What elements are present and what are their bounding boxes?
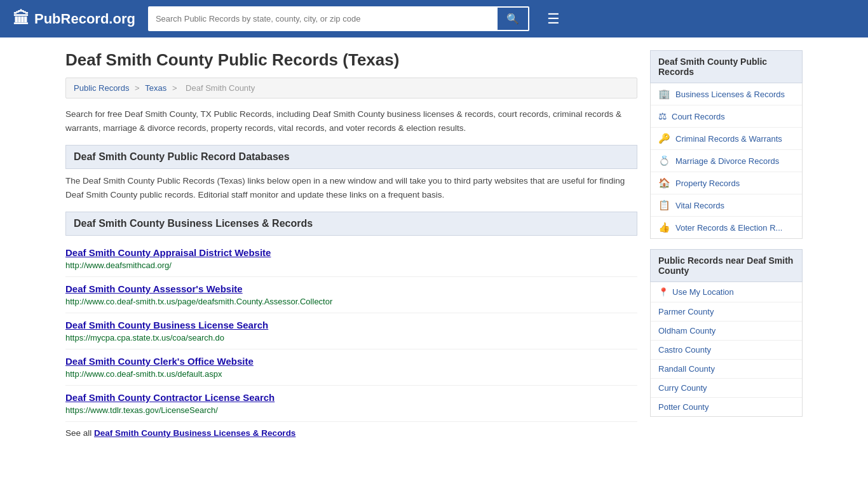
business-section-header: Deaf Smith County Business Licenses & Re…	[65, 212, 637, 236]
use-location[interactable]: 📍 Use My Location	[651, 282, 802, 302]
record-entry: Deaf Smith County Contractor License Sea…	[65, 386, 637, 422]
sidebar-link-marriage[interactable]: 💍 Marriage & Divorce Records	[651, 150, 802, 172]
sidebar-link-label-1: Court Records	[672, 112, 725, 121]
sidebar-link-voter[interactable]: 👍 Voter Records & Election R...	[651, 217, 802, 238]
nearby-county-0[interactable]: Parmer County	[651, 302, 802, 322]
sidebar: Deaf Smith County Public Records 🏢 Busin…	[650, 50, 803, 438]
rings-icon: 💍	[658, 155, 670, 166]
menu-button[interactable]: ☰	[547, 11, 560, 27]
sidebar-link-label-5: Vital Records	[675, 201, 724, 210]
record-title-0[interactable]: Deaf Smith County Appraisal District Web…	[65, 247, 637, 258]
sidebar-records-title: Deaf Smith County Public Records	[650, 50, 803, 83]
header: 🏛 PubRecord.org 🔍 ☰	[0, 0, 868, 37]
clipboard-icon: 📋	[658, 200, 670, 211]
see-all-link[interactable]: Deaf Smith County Business Licenses & Re…	[94, 428, 295, 438]
record-url-3: http://www.co.deaf-smith.tx.us/default.a…	[65, 369, 222, 379]
main-container: Deaf Smith County Public Records (Texas)…	[53, 37, 815, 451]
content-area: Deaf Smith County Public Records (Texas)…	[65, 50, 637, 438]
record-url-0: http://www.deafsmithcad.org/	[65, 261, 172, 270]
sidebar-link-label-6: Voter Records & Election R...	[675, 223, 782, 233]
nearby-county-2[interactable]: Castro County	[651, 341, 802, 360]
record-entry: Deaf Smith County Assessor's Website htt…	[65, 277, 637, 313]
sidebar-nearby-section: Public Records near Deaf Smith County 📍 …	[650, 249, 803, 417]
nearby-county-4[interactable]: Curry County	[651, 379, 802, 398]
sidebar-link-business[interactable]: 🏢 Business Licenses & Records	[651, 83, 802, 105]
sidebar-nearby-body: 📍 Use My Location Parmer County Oldham C…	[650, 282, 803, 417]
search-input[interactable]	[148, 6, 496, 31]
record-title-2[interactable]: Deaf Smith County Business License Searc…	[65, 320, 637, 330]
sidebar-link-label-3: Marriage & Divorce Records	[675, 156, 779, 166]
record-title-3[interactable]: Deaf Smith County Clerk's Office Website	[65, 356, 637, 367]
sidebar-link-court[interactable]: ⚖ Court Records	[651, 105, 802, 128]
house-icon: 🏠	[658, 177, 670, 189]
use-location-label: Use My Location	[672, 287, 734, 297]
nearby-county-5[interactable]: Potter County	[651, 398, 802, 416]
record-url-4: https://www.tdlr.texas.gov/LicenseSearch…	[65, 405, 218, 415]
page-title: Deaf Smith County Public Records (Texas)	[65, 50, 637, 70]
breadcrumb: Public Records > Texas > Deaf Smith Coun…	[65, 78, 637, 98]
record-title-4[interactable]: Deaf Smith County Contractor License Sea…	[65, 392, 637, 403]
sidebar-nearby-title: Public Records near Deaf Smith County	[650, 249, 803, 282]
record-entry: Deaf Smith County Business License Searc…	[65, 313, 637, 349]
breadcrumb-public-records[interactable]: Public Records	[74, 83, 129, 93]
search-icon: 🔍	[506, 13, 519, 24]
see-all: See all Deaf Smith County Business Licen…	[65, 428, 637, 438]
record-url-2: https://mycpa.cpa.state.tx.us/coa/search…	[65, 333, 224, 342]
sidebar-link-label-0: Business Licenses & Records	[675, 90, 785, 99]
see-all-text: See all	[65, 428, 92, 438]
logo-icon: 🏛	[13, 9, 29, 29]
breadcrumb-county: Deaf Smith County	[186, 83, 255, 93]
site-logo[interactable]: 🏛 PubRecord.org	[13, 9, 135, 29]
sidebar-records-section: Deaf Smith County Public Records 🏢 Busin…	[650, 50, 803, 239]
record-entry: Deaf Smith County Clerk's Office Website…	[65, 349, 637, 386]
record-entry: Deaf Smith County Appraisal District Web…	[65, 241, 637, 277]
record-url-1: http://www.co.deaf-smith.tx.us/page/deaf…	[65, 297, 332, 306]
sidebar-link-vital[interactable]: 📋 Vital Records	[651, 194, 802, 217]
location-icon: 📍	[658, 287, 668, 297]
breadcrumb-texas[interactable]: Texas	[145, 83, 166, 93]
court-icon: ⚖	[658, 111, 667, 122]
page-description: Search for free Deaf Smith County, TX Pu…	[65, 107, 637, 135]
databases-section-header: Deaf Smith County Public Record Database…	[65, 145, 637, 169]
search-bar: 🔍	[148, 6, 529, 31]
sidebar-link-criminal[interactable]: 🔑 Criminal Records & Warrants	[651, 128, 802, 150]
sidebar-link-label-4: Property Records	[675, 179, 740, 188]
nearby-county-1[interactable]: Oldham County	[651, 322, 802, 341]
building-icon: 🏢	[658, 88, 670, 100]
breadcrumb-sep2: >	[172, 83, 179, 93]
sidebar-link-property[interactable]: 🏠 Property Records	[651, 172, 802, 194]
nearby-county-3[interactable]: Randall County	[651, 360, 802, 379]
search-button[interactable]: 🔍	[496, 6, 529, 31]
databases-description: The Deaf Smith County Public Records (Te…	[65, 174, 637, 201]
logo-text: PubRecord.org	[34, 11, 135, 27]
sidebar-records-body: 🏢 Business Licenses & Records ⚖ Court Re…	[650, 83, 803, 239]
sidebar-link-label-2: Criminal Records & Warrants	[675, 134, 782, 144]
key-icon: 🔑	[658, 133, 670, 144]
menu-icon: ☰	[547, 11, 560, 27]
thumbsup-icon: 👍	[658, 222, 670, 233]
breadcrumb-sep1: >	[135, 83, 142, 93]
record-title-1[interactable]: Deaf Smith County Assessor's Website	[65, 283, 637, 294]
